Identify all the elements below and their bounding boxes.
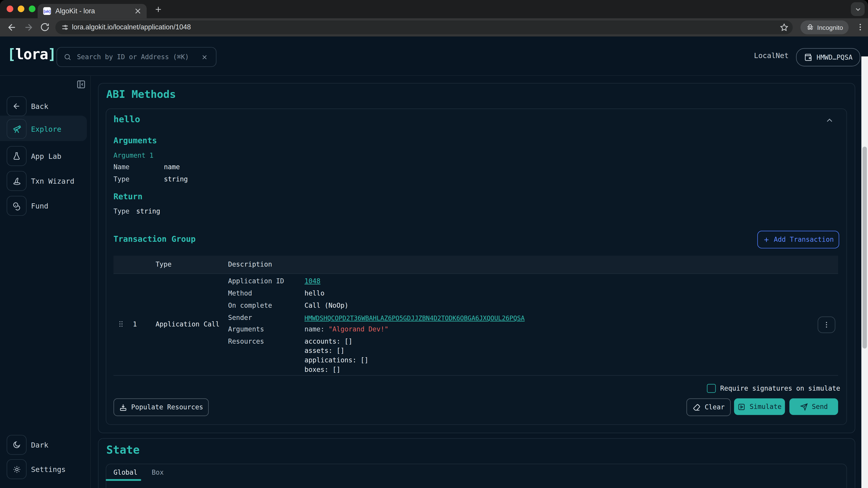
- sidebar-item-app-lab[interactable]: App Lab: [6, 146, 61, 166]
- square-play-icon: [737, 402, 746, 411]
- search-icon: [64, 53, 71, 61]
- require-signatures-checkbox[interactable]: [707, 384, 716, 393]
- reload-icon[interactable]: [40, 22, 50, 32]
- tab-close-icon[interactable]: [133, 6, 142, 15]
- method-name: hello: [114, 114, 140, 125]
- tab-global[interactable]: Global: [114, 468, 137, 476]
- sidebar-item-fund[interactable]: Fund: [6, 196, 48, 216]
- tab-favicon: [ak]: [43, 7, 51, 15]
- incognito-label: Incognito: [817, 24, 843, 31]
- abi-methods-title: ABI Methods: [106, 88, 176, 100]
- sidebar-item-txn-wizard[interactable]: Txn Wizard: [6, 171, 74, 191]
- application-id-link[interactable]: 1048: [305, 277, 320, 285]
- sidebar-collapse-icon[interactable]: [76, 79, 87, 90]
- state-panel: [106, 464, 847, 488]
- browser-tab[interactable]: [ak] AlgoKit - lora: [38, 4, 147, 18]
- site-settings-icon[interactable]: [61, 23, 69, 32]
- return-type-label: Type: [114, 207, 129, 215]
- sidebar-item-explore[interactable]: Explore: [6, 119, 61, 139]
- url-text[interactable]: lora.algokit.io/localnet/application/104…: [72, 23, 191, 31]
- arg-name-label: Name: [114, 163, 129, 171]
- resource-item: assets: []: [305, 347, 344, 355]
- wallet-button[interactable]: HMWD…PQSA: [796, 48, 860, 66]
- gear-icon: [6, 459, 26, 479]
- field-label: On complete: [228, 302, 272, 309]
- coins-icon: [6, 196, 26, 216]
- wallet-icon: [804, 53, 813, 62]
- new-tab-icon[interactable]: [154, 5, 163, 14]
- sender-address-link[interactable]: HMWDSHQCOPD2T36WBAHLAZ6PO5GDJJZBN4D2TODK…: [305, 314, 525, 322]
- back-icon[interactable]: [6, 22, 17, 33]
- field-label: Sender: [228, 314, 252, 322]
- field-label: Method: [228, 289, 252, 297]
- sidebar-item-label: Back: [31, 102, 49, 110]
- arg-type-label: Type: [114, 175, 129, 183]
- return-heading: Return: [114, 192, 143, 201]
- method-value: hello: [305, 289, 324, 297]
- url-bar[interactable]: lora.algokit.io/localnet/application/104…: [55, 21, 793, 34]
- resource-item: accounts: []: [305, 337, 352, 345]
- field-label: Application ID: [228, 277, 284, 285]
- bookmark-star-icon[interactable]: [779, 23, 789, 32]
- flask-icon: [6, 146, 26, 166]
- state-title: State: [106, 443, 140, 457]
- send-icon: [800, 402, 808, 411]
- argument-group-label: Argument 1: [114, 152, 153, 159]
- arg-type-value: string: [164, 175, 188, 183]
- plus-icon: [763, 236, 770, 243]
- row-divider: [114, 375, 838, 376]
- argument-string-value: "Algorand Dev!": [329, 325, 388, 333]
- sidebar-item-label: Txn Wizard: [31, 177, 74, 185]
- browser-window: [ak] AlgoKit - lora: [0, 0, 868, 488]
- sidebar-item-settings[interactable]: Settings: [6, 459, 66, 479]
- clear-button[interactable]: Clear: [686, 398, 731, 416]
- arrow-left-icon: [6, 96, 26, 116]
- browser-chrome: [ak] AlgoKit - lora: [0, 0, 868, 37]
- page-scrollbar-thumb[interactable]: [863, 147, 867, 349]
- screen: [ak] AlgoKit - lora: [0, 0, 868, 488]
- network-label[interactable]: LocalNet: [754, 52, 789, 60]
- arguments-heading: Arguments: [114, 136, 157, 145]
- column-header-description: Description: [228, 260, 272, 268]
- search-clear-icon[interactable]: [201, 53, 208, 61]
- txn-row-index: 1: [133, 320, 137, 328]
- arg-name-value: name: [164, 163, 180, 171]
- sidebar-divider: [90, 76, 91, 488]
- browser-toolbar: lora.algokit.io/localnet/application/104…: [0, 18, 868, 37]
- row-menu-button[interactable]: [817, 317, 835, 333]
- sidebar-item-label: Fund: [31, 202, 49, 210]
- collapse-chevron-icon[interactable]: [825, 116, 834, 125]
- resource-item: boxes: []: [305, 366, 340, 373]
- tab-search-chevron-icon[interactable]: [851, 2, 865, 16]
- field-label: Arguments: [228, 325, 264, 333]
- simulate-button[interactable]: Simulate: [734, 398, 785, 415]
- populate-resources-button[interactable]: Populate Resources: [114, 398, 209, 416]
- window-close-button[interactable]: [6, 5, 13, 12]
- browser-menu-icon[interactable]: [856, 23, 865, 31]
- require-signatures-label: Require signatures on simulate: [720, 385, 840, 392]
- global-search[interactable]: [57, 47, 217, 67]
- sidebar-item-back[interactable]: Back: [6, 96, 48, 116]
- telescope-icon: [6, 119, 26, 139]
- tab-box[interactable]: Box: [152, 468, 164, 476]
- forward-icon[interactable]: [23, 22, 34, 33]
- header-divider: [0, 75, 868, 76]
- moon-icon: [6, 435, 26, 455]
- send-button[interactable]: Send: [789, 398, 838, 415]
- incognito-icon: [806, 23, 814, 32]
- sidebar-item-label: Dark: [31, 441, 49, 449]
- arguments-value: name: "Algorand Dev!": [305, 325, 389, 333]
- search-input[interactable]: [76, 53, 193, 61]
- tab-title: AlgoKit - lora: [55, 7, 95, 15]
- app-body: [lora] LocalNet HMWD…PQSA Ba: [0, 37, 868, 488]
- window-zoom-button[interactable]: [29, 5, 35, 12]
- lora-logo[interactable]: [lora]: [7, 46, 56, 62]
- simulate-signatures-option: Require signatures on simulate: [707, 384, 840, 393]
- return-type-value: string: [136, 207, 160, 215]
- sidebar-item-dark-mode[interactable]: Dark: [6, 435, 48, 455]
- download-icon: [119, 403, 127, 412]
- add-transaction-button[interactable]: Add Transaction: [757, 231, 839, 248]
- window-minimize-button[interactable]: [18, 5, 24, 12]
- drag-handle-icon[interactable]: [117, 319, 125, 329]
- wizard-hat-icon: [6, 171, 26, 191]
